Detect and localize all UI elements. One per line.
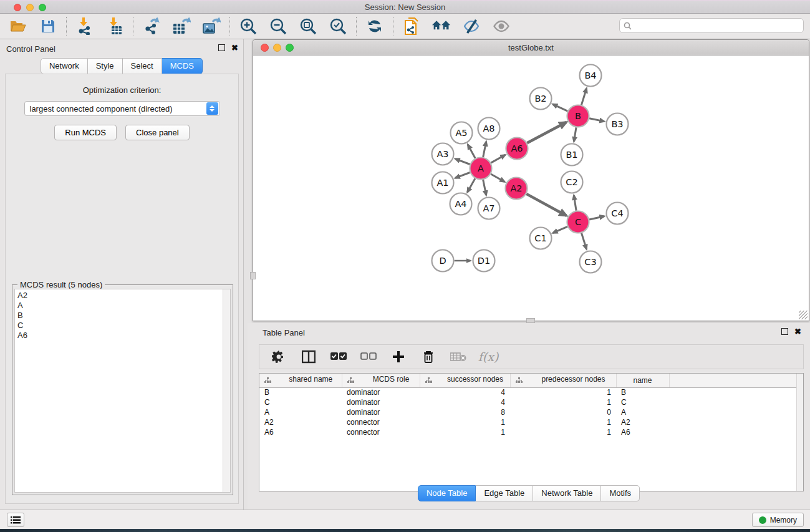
tab-network-table[interactable]: Network Table xyxy=(533,485,601,501)
network-canvas[interactable]: B4B2BB3A5A8A6A3B1AA1C2A2A4A7C4CC1DD1C3 xyxy=(254,56,808,321)
zoom-in-icon[interactable] xyxy=(239,17,258,36)
graph-node-B2[interactable]: B2 xyxy=(530,88,552,110)
result-scrollbar[interactable] xyxy=(223,289,230,492)
graph-node-A3[interactable]: A3 xyxy=(432,143,454,165)
table-row[interactable]: A2connector11A2 xyxy=(259,417,803,427)
graph-node-A1[interactable]: A1 xyxy=(432,172,454,194)
tab-edge-table[interactable]: Edge Table xyxy=(476,485,533,501)
tab-select[interactable]: Select xyxy=(123,58,162,74)
graph-node-A6[interactable]: A6 xyxy=(506,138,528,160)
close-panel-button[interactable]: Close panel xyxy=(125,125,190,140)
tab-mcds[interactable]: MCDS xyxy=(162,58,203,74)
graph-edge-B-B2[interactable] xyxy=(552,104,567,111)
column-layout-icon[interactable] xyxy=(301,349,317,365)
graph-edge-A-A7[interactable] xyxy=(483,180,486,195)
open-file-icon[interactable] xyxy=(9,17,27,36)
network-vertical-scroll-thumb[interactable] xyxy=(250,272,256,279)
save-session-icon[interactable] xyxy=(39,17,57,36)
select-all-checkboxes-icon[interactable] xyxy=(330,349,347,365)
window-resize-grip[interactable] xyxy=(799,311,808,319)
import-network-icon[interactable] xyxy=(75,17,94,36)
graph-edge-A-A4[interactable] xyxy=(468,178,475,192)
delete-table-icon[interactable] xyxy=(450,349,466,365)
result-item[interactable]: A xyxy=(17,301,230,311)
graph-node-C3[interactable]: C3 xyxy=(580,251,602,273)
column-header-successor-nodes[interactable]: successor nodes xyxy=(420,374,510,387)
result-item[interactable]: A2 xyxy=(17,291,230,301)
graph-node-C4[interactable]: C4 xyxy=(607,203,629,225)
tab-node-table[interactable]: Node Table xyxy=(418,485,476,501)
export-image-icon[interactable] xyxy=(202,17,221,36)
graph-node-A5[interactable]: A5 xyxy=(451,122,473,144)
optimization-criterion-dropdown[interactable]: largest connected component (directed) xyxy=(24,101,220,116)
table-row[interactable]: Cdominator41C xyxy=(259,397,803,407)
graph-edge-C-C1[interactable] xyxy=(553,226,567,233)
table-row[interactable]: Bdominator41B xyxy=(259,387,803,397)
graph-edge-A-A8[interactable] xyxy=(483,142,486,157)
memory-button[interactable]: Memory xyxy=(752,513,804,527)
home-browser-icon[interactable] xyxy=(432,17,451,36)
network-from-clipboard-icon[interactable] xyxy=(402,17,421,36)
deselect-all-checkboxes-icon[interactable] xyxy=(360,349,377,365)
tab-motifs[interactable]: Motifs xyxy=(601,485,640,501)
table-settings-gear-icon[interactable] xyxy=(271,349,287,365)
zoom-fit-icon[interactable] xyxy=(299,17,317,36)
graph-edge-B-B4[interactable] xyxy=(581,89,586,105)
table-row[interactable]: A6connector11A6 xyxy=(259,427,803,437)
table-row[interactable]: Adominator80A xyxy=(259,407,803,417)
mcds-result-list[interactable]: A2ABCA6 xyxy=(14,289,231,493)
float-panel-icon[interactable] xyxy=(218,44,225,51)
graph-node-B4[interactable]: B4 xyxy=(580,65,602,87)
graph-edge-A-A1[interactable] xyxy=(455,173,470,178)
graph-node-C1[interactable]: C1 xyxy=(530,228,552,249)
node-table[interactable]: shared nameMCDS rolesuccessor nodesprede… xyxy=(259,373,804,491)
graph-node-B1[interactable]: B1 xyxy=(561,144,583,166)
tab-style[interactable]: Style xyxy=(88,58,123,74)
graph-edge-B-B3[interactable] xyxy=(589,118,604,122)
close-panel-icon[interactable]: ✖ xyxy=(231,44,238,51)
graph-node-D1[interactable]: D1 xyxy=(473,250,495,272)
graph-edge-A2-C[interactable] xyxy=(526,194,566,216)
function-builder-fx-icon[interactable]: f(x) xyxy=(480,349,496,365)
export-table-icon[interactable] xyxy=(172,17,191,36)
search-input[interactable] xyxy=(634,21,799,30)
graph-edge-B-B1[interactable] xyxy=(574,127,576,142)
graph-node-D[interactable]: D xyxy=(432,250,454,272)
add-column-icon[interactable] xyxy=(390,349,407,365)
show-panels-list-icon[interactable] xyxy=(7,513,24,527)
graph-edge-A-A3[interactable] xyxy=(455,159,470,165)
refresh-layout-icon[interactable] xyxy=(365,17,384,36)
graph-edge-A-A6[interactable] xyxy=(491,155,505,163)
import-table-icon[interactable] xyxy=(105,17,124,36)
toolbar-search-field[interactable] xyxy=(619,18,804,33)
zoom-selected-icon[interactable] xyxy=(329,17,347,36)
column-header-predecessor-nodes[interactable]: predecessor nodes xyxy=(510,374,616,387)
result-item[interactable]: B xyxy=(17,311,230,321)
graph-edge-A-A2[interactable] xyxy=(491,174,504,181)
hide-graphics-details-icon[interactable] xyxy=(462,17,481,36)
table-scrollbar[interactable] xyxy=(796,374,803,491)
graph-node-A[interactable]: A xyxy=(470,158,492,180)
show-eye-icon[interactable] xyxy=(492,17,511,36)
tab-network[interactable]: Network xyxy=(41,58,88,74)
graph-node-C2[interactable]: C2 xyxy=(561,172,583,193)
network-horizontal-scroll-thumb[interactable] xyxy=(526,318,535,323)
zoom-out-icon[interactable] xyxy=(269,17,287,36)
run-mcds-button[interactable]: Run MCDS xyxy=(54,125,117,140)
graph-node-A4[interactable]: A4 xyxy=(450,193,472,215)
delete-column-trash-icon[interactable] xyxy=(420,349,436,365)
float-table-panel-icon[interactable] xyxy=(781,328,788,335)
graph-edge-A6-B[interactable] xyxy=(527,122,566,143)
column-header-MCDS-role[interactable]: MCDS role xyxy=(342,374,420,387)
graph-node-B3[interactable]: B3 xyxy=(607,114,629,135)
graph-edge-C-C2[interactable] xyxy=(574,195,576,210)
export-network-icon[interactable] xyxy=(142,17,161,36)
graph-node-A2[interactable]: A2 xyxy=(506,178,528,200)
graph-edge-C-C3[interactable] xyxy=(582,233,587,249)
column-header-shared-name[interactable]: shared name xyxy=(259,374,342,387)
graph-node-B[interactable]: B xyxy=(567,105,589,127)
network-window-titlebar[interactable]: testGlobe.txt xyxy=(253,40,809,56)
graph-node-A8[interactable]: A8 xyxy=(478,118,500,140)
graph-node-A7[interactable]: A7 xyxy=(478,198,500,220)
result-item[interactable]: C xyxy=(17,321,230,331)
